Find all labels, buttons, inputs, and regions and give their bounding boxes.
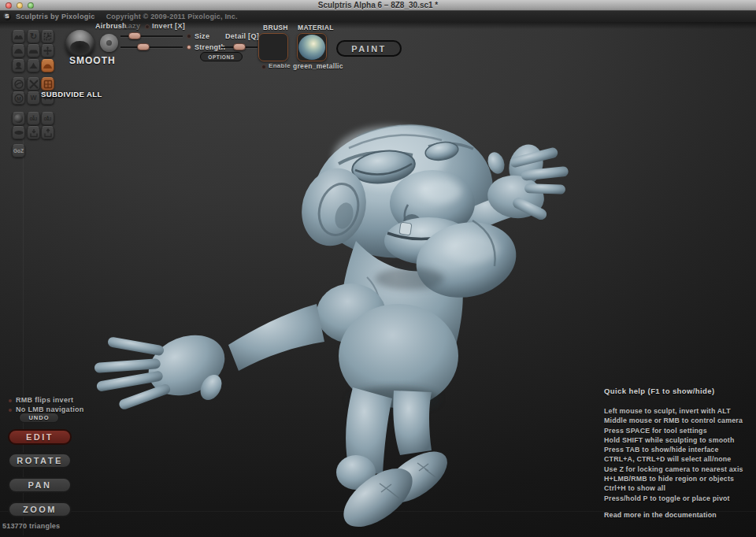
tool-pinch-button[interactable]: [27, 59, 40, 72]
tool-mask-button[interactable]: M: [12, 91, 25, 105]
tool-draw-button[interactable]: [12, 44, 25, 57]
tool-wireframe-button[interactable]: W: [27, 91, 40, 105]
reduce-brush-icon: [14, 80, 24, 89]
tool-save-button[interactable]: [41, 126, 54, 139]
crease-icon: [14, 33, 23, 41]
quick-help-line: Press TAB to show/hide interface: [604, 445, 743, 454]
quick-help-line: Middle mouse or RMB to control camera: [604, 416, 743, 425]
subdivide-all-icon: [43, 80, 53, 89]
material-sphere-icon: [298, 35, 325, 60]
new-sphere-icon: [14, 114, 23, 123]
zoom-mode-button[interactable]: ZOOM: [8, 502, 72, 517]
edit-mode-button[interactable]: EDIT: [8, 429, 72, 445]
airbrush-label[interactable]: Airbrush: [95, 22, 127, 30]
export-obj-icon: ▲OBJ: [44, 115, 51, 122]
grab-icon: [43, 46, 52, 55]
hint-rmb: RMB flips invert: [16, 396, 73, 404]
hint-bullet-icon: [9, 399, 12, 402]
lazy-label[interactable]: Lazy: [124, 22, 140, 30]
quick-help-line: Use Z for locking camera to nearest axis: [604, 465, 743, 474]
open-file-icon: [29, 128, 39, 138]
tool-scale-button[interactable]: [41, 30, 54, 43]
mask-icon: M: [14, 94, 24, 103]
subdivide-all-tooltip: SUBDIVIDE ALL: [41, 90, 102, 98]
rotate-icon: ↻: [30, 32, 37, 41]
quick-help-line: Left mouse to sculpt, invert with ALT: [604, 406, 743, 416]
rotate-mode-button[interactable]: ROTATE: [8, 453, 72, 468]
strength-slider[interactable]: [120, 46, 183, 48]
quick-help-line: H+LMB/RMB to hide region or objects: [604, 474, 743, 483]
tool-new-plane-button[interactable]: [12, 126, 25, 139]
pan-mode-button[interactable]: PAN: [8, 477, 72, 493]
brush-texture-tile[interactable]: [258, 33, 288, 61]
airbrush-preview: [100, 34, 118, 52]
flatten-icon: [29, 47, 38, 54]
sculptris-logo-icon: S: [3, 13, 11, 20]
quick-help-line: CTRL+A, CTRL+D will select all/none: [604, 454, 743, 464]
hint-bullet-icon: [9, 409, 12, 412]
options-button[interactable]: OPTIONS: [200, 52, 243, 61]
tool-rotate-button[interactable]: ↻: [27, 30, 40, 43]
brand-bar: S Sculptris by Pixologic Copyright © 200…: [0, 11, 756, 22]
quick-help-line: Press SPACE for tool settings: [604, 426, 743, 435]
copyright-text: Copyright © 2009-2011 Pixologic, Inc.: [106, 13, 238, 20]
detail-slider-handle[interactable]: [233, 43, 246, 50]
material-tile[interactable]: [297, 33, 327, 61]
titlebar[interactable]: Sculptris Alpha 6 – 8Z8_30.sc1 *: [0, 0, 756, 11]
scale-icon: [43, 32, 52, 41]
tool-inflate-button[interactable]: [12, 59, 25, 72]
inflate-icon: [14, 61, 23, 70]
new-plane-icon: [14, 130, 24, 135]
quick-help-line: Ctrl+H to show all: [604, 483, 743, 493]
window-title: Sculptris Alpha 6 – 8Z8_30.sc1 *: [0, 0, 756, 10]
undo-button[interactable]: UNDO: [19, 413, 59, 423]
material-name: green_metallic: [293, 62, 343, 70]
size-radio[interactable]: [187, 34, 191, 39]
tool-grab-button[interactable]: [41, 44, 54, 57]
close-window-icon[interactable]: [6, 2, 12, 9]
paint-mode-button[interactable]: PAINT: [336, 40, 402, 57]
reduce-selected-icon: [29, 80, 39, 89]
tool-flatten-button[interactable]: [27, 44, 40, 57]
sculptris-window: Sculptris Alpha 6 – 8Z8_30.sc1 * S Sculp…: [0, 0, 756, 537]
svg-text:M: M: [17, 95, 21, 101]
size-slider-handle[interactable]: [128, 32, 141, 39]
tool-smooth-button[interactable]: [41, 59, 54, 72]
quick-help-line: Press/hold P to toggle or place pivot: [604, 494, 743, 503]
brush-enable-radio[interactable]: [261, 65, 266, 69]
quick-help-line: Hold SHIFT while sculpting to smooth: [604, 435, 743, 445]
tool-reduce-selected-button[interactable]: [27, 77, 40, 91]
pinch-icon: [29, 62, 38, 69]
smooth-icon: [43, 62, 52, 69]
quick-help-footer: Read more in the documentation: [604, 511, 743, 519]
tool-subdivide-all-button[interactable]: [41, 77, 54, 91]
tool-import-obj-button[interactable]: ▼OBJ: [27, 112, 40, 125]
strength-radio[interactable]: [187, 45, 191, 50]
strength-slider-handle[interactable]: [137, 43, 150, 50]
brush-panel-title: BRUSH: [263, 24, 288, 31]
goz-icon: GoZ: [13, 148, 24, 154]
triangle-count: 513770 triangles: [2, 522, 60, 530]
tool-goz-button[interactable]: GoZ: [12, 144, 25, 157]
import-obj-icon: ▼OBJ: [30, 115, 37, 122]
save-file-icon: [43, 128, 53, 138]
size-label: Size: [195, 32, 209, 40]
tool-reduce-brush-button[interactable]: [12, 77, 25, 91]
brush-preview-cavity: [70, 41, 90, 54]
minimize-window-icon[interactable]: [17, 2, 23, 9]
airbrush-dot-icon: [106, 40, 112, 46]
detail-label: Detail [Q]: [225, 32, 259, 40]
active-tool-label: SMOOTH: [69, 55, 116, 66]
tool-open-button[interactable]: [27, 126, 40, 139]
grid-axis-vertical: [23, 132, 24, 535]
tool-export-obj-button[interactable]: ▲OBJ: [41, 112, 54, 125]
tool-new-sphere-button[interactable]: [12, 112, 25, 125]
material-panel-title: MATERIAL: [298, 24, 334, 31]
invert-radio[interactable]: [145, 24, 150, 29]
quick-help-title: Quick help (F1 to show/hide): [604, 387, 743, 395]
invert-label[interactable]: Invert [X]: [152, 22, 185, 30]
zoom-window-icon[interactable]: [28, 2, 34, 9]
wireframe-icon: W: [30, 94, 36, 102]
brush-enable-label: Enable: [269, 62, 291, 69]
tool-crease-button[interactable]: [12, 30, 25, 43]
